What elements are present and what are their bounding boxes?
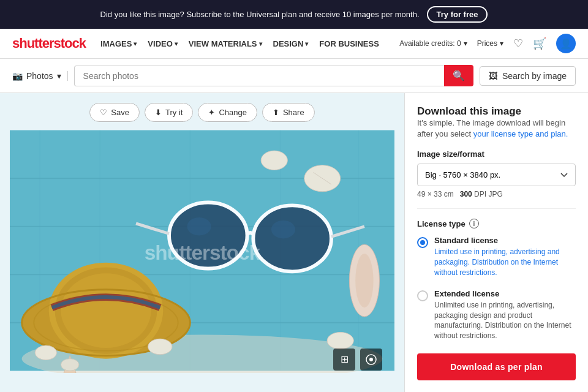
logo-text: shutterstock xyxy=(12,36,86,51)
image-tools: ⊞ xyxy=(333,349,382,371)
license-label: License type i xyxy=(417,219,576,228)
nav-design-arrow: ▾ xyxy=(305,40,308,47)
size-select[interactable]: Big · 5760 × 3840 px. xyxy=(417,164,576,186)
search-type-selector[interactable]: 📷 Photos ▾ xyxy=(12,71,68,81)
standard-license-option[interactable]: Standard license Limited use in printing… xyxy=(417,233,576,280)
search-type-arrow: ▾ xyxy=(57,71,61,81)
panel-title: Download this image xyxy=(417,105,576,118)
credits-button[interactable]: Available credits: 0 ▾ xyxy=(399,39,467,48)
top-banner: Did you like this image? Subscribe to th… xyxy=(0,0,588,29)
divider xyxy=(417,208,576,209)
image-container: shutterstock ⊞ xyxy=(10,128,394,383)
cart-button[interactable]: 🛒 xyxy=(533,37,546,50)
share-icon: ⬆ xyxy=(273,108,279,117)
standard-license-text: Standard license Limited use in printing… xyxy=(434,236,576,277)
avatar[interactable]: 👤 xyxy=(556,34,576,53)
license-section: License type i Standard license Limited … xyxy=(417,219,576,344)
main-content: ♡ Save ⬇ Try it ✦ Change ⬆ Share xyxy=(0,93,588,392)
download-icon: ⬇ xyxy=(155,108,162,117)
header-right: Available credits: 0 ▾ Prices ▾ ♡ 🛒 👤 xyxy=(399,34,576,53)
license-info-icon[interactable]: i xyxy=(469,219,479,228)
credits-arrow: ▾ xyxy=(464,39,467,48)
change-icon: ✦ xyxy=(208,108,215,117)
extended-license-name: Extended license xyxy=(434,289,576,298)
right-panel: Download this image It's simple. The ima… xyxy=(404,93,588,392)
nav-video-arrow: ▾ xyxy=(175,40,178,47)
size-section: Image size/format Big · 5760 × 3840 px. … xyxy=(417,149,576,198)
search-input-wrap: 🔍 xyxy=(74,65,473,86)
svg-point-41 xyxy=(369,358,373,361)
search-input[interactable] xyxy=(74,66,444,86)
logo[interactable]: shutterstock xyxy=(12,36,86,51)
prices-arrow: ▾ xyxy=(500,39,503,48)
extended-license-option[interactable]: Extended license Unlimited use in printi… xyxy=(417,287,576,344)
image-area: ♡ Save ⬇ Try it ✦ Change ⬆ Share xyxy=(0,93,404,392)
change-button[interactable]: ✦ Change xyxy=(198,103,257,122)
main-image: shutterstock xyxy=(10,128,394,373)
banner-cta-button[interactable]: Try for free xyxy=(427,6,488,23)
download-button[interactable]: Download as per plan xyxy=(417,353,576,380)
main-nav: IMAGES ▾ VIDEO ▾ VIEW MATERIALS ▾ DESIGN… xyxy=(100,39,379,48)
prices-button[interactable]: Prices ▾ xyxy=(477,39,503,48)
extended-license-desc: Unlimited use in printing, advertising, … xyxy=(434,300,576,341)
search-bar: 📷 Photos ▾ 🔍 🖼 Search by image xyxy=(0,59,588,93)
svg-text:shutterstock: shutterstock xyxy=(145,241,261,264)
radio-dot xyxy=(420,240,425,245)
search-button[interactable]: 🔍 xyxy=(444,65,473,86)
share-button[interactable]: ⬆ Share xyxy=(262,103,315,122)
standard-license-radio[interactable] xyxy=(417,237,428,248)
panel-subtitle: It's simple. The image download will beg… xyxy=(417,118,576,140)
try-it-button[interactable]: ⬇ Try it xyxy=(145,103,193,122)
resize-tool-button[interactable]: ⊞ xyxy=(333,349,355,371)
size-label: Image size/format xyxy=(417,149,576,159)
nav-video[interactable]: VIDEO ▾ xyxy=(148,39,177,48)
nav-for-business[interactable]: FOR BUSINESS xyxy=(319,39,379,48)
nav-images[interactable]: IMAGES ▾ xyxy=(100,39,137,48)
nav-images-arrow: ▾ xyxy=(134,40,137,47)
camera-icon: 📷 xyxy=(12,71,23,81)
nav-view-materials-arrow: ▾ xyxy=(259,40,262,47)
size-details: 49 × 33 cm 300 DPI JPG xyxy=(417,190,576,198)
search-icon: 🔍 xyxy=(453,70,465,81)
search-by-image-button[interactable]: 🖼 Search by image xyxy=(480,66,576,86)
header: shutterstock IMAGES ▾ VIDEO ▾ VIEW MATER… xyxy=(0,29,588,59)
nav-design[interactable]: DESIGN ▾ xyxy=(273,39,309,48)
heart-icon: ♡ xyxy=(100,108,107,117)
extended-license-radio[interactable] xyxy=(417,290,428,301)
extended-license-text: Extended license Unlimited use in printi… xyxy=(434,289,576,341)
nav-view-materials[interactable]: VIEW MATERIALS ▾ xyxy=(189,39,262,48)
banner-text: Did you like this image? Subscribe to th… xyxy=(100,10,420,19)
standard-license-name: Standard license xyxy=(434,236,576,245)
standard-license-desc: Limited use in printing, advertising and… xyxy=(434,247,576,277)
wishlist-button[interactable]: ♡ xyxy=(513,37,523,50)
action-bar: ♡ Save ⬇ Try it ✦ Change ⬆ Share xyxy=(10,103,394,122)
plan-link[interactable]: your license type and plan. xyxy=(473,129,568,138)
save-button[interactable]: ♡ Save xyxy=(89,103,140,122)
audio-tool-button[interactable] xyxy=(360,349,382,371)
image-search-icon: 🖼 xyxy=(489,71,497,81)
